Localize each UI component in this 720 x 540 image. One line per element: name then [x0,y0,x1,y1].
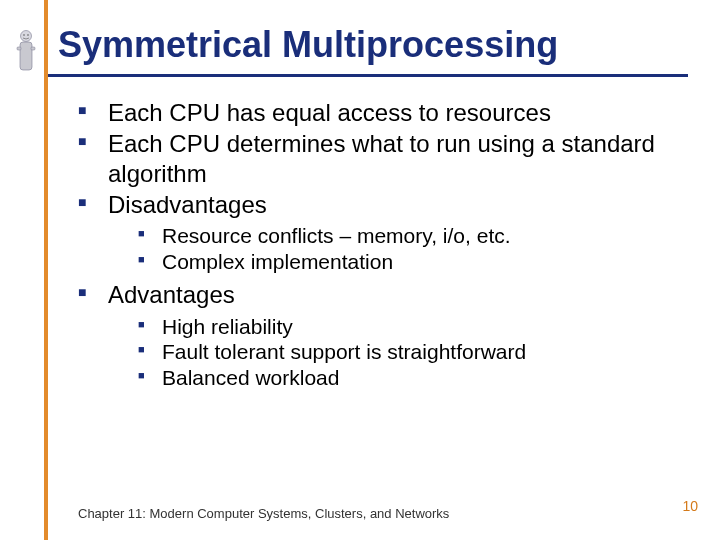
bullet-item: Advantages High reliability Fault tolera… [78,280,688,390]
svg-point-2 [23,34,25,36]
sub-bullet-item: Balanced workload [138,365,688,391]
bullet-item: Disadvantages Resource conflicts – memor… [78,190,688,274]
decorative-figure-icon [14,30,38,74]
svg-point-3 [27,34,29,36]
svg-rect-0 [20,42,32,70]
svg-point-1 [21,31,32,42]
svg-rect-5 [31,47,35,50]
page-number: 10 [682,498,698,514]
bullet-label: Advantages [108,281,235,308]
sub-bullet-item: Complex implementation [138,249,688,275]
footer-chapter: Chapter 11: Modern Computer Systems, Clu… [78,506,449,522]
sub-bullet-item: High reliability [138,314,688,340]
sub-bullet-item: Resource conflicts – memory, i/o, etc. [138,223,688,249]
bullet-label: Disadvantages [108,191,267,218]
bullet-item: Each CPU has equal access to resources [78,98,688,127]
slide-title: Symmetrical Multiprocessing [58,24,558,66]
sub-bullet-item: Fault tolerant support is straightforwar… [138,339,688,365]
title-underline [48,74,688,77]
svg-rect-4 [17,47,21,50]
vertical-accent-line [44,0,48,540]
bullet-item: Each CPU determines what to run using a … [78,129,688,188]
slide-content: Each CPU has equal access to resources E… [78,98,688,396]
